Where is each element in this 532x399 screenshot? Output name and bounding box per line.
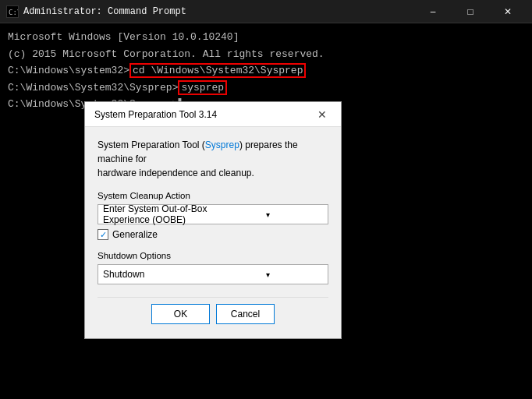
shutdown-dropdown[interactable]: Shutdown ▾ — [98, 264, 328, 284]
dialog-body: System Preparation Tool (Sysprep) prepar… — [85, 127, 341, 338]
generalize-checkbox-row: ✓ Generalize — [98, 229, 328, 240]
minimize-button[interactable]: – — [415, 0, 451, 23]
title-bar: C:\ Administrator: Command Prompt – □ ✕ — [0, 0, 532, 23]
ok-button[interactable]: OK — [151, 304, 210, 324]
sysprep-dialog: System Preparation Tool 3.14 ✕ System Pr… — [84, 101, 342, 339]
maximize-button[interactable]: □ — [452, 0, 488, 23]
desc-text-1: System Preparation Tool ( — [98, 139, 205, 150]
generalize-checkbox[interactable]: ✓ — [98, 229, 108, 240]
terminal-line-3: C:\Windows\system32>cd \Windows\System32… — [8, 63, 524, 79]
dialog-description: System Preparation Tool (Sysprep) prepar… — [98, 138, 328, 180]
oobe-dropdown-value: Enter System Out-of-Box Experience (OOBE… — [103, 203, 213, 225]
close-button[interactable]: ✕ — [490, 0, 526, 23]
generalize-label: Generalize — [112, 229, 158, 240]
cleanup-section-label: System Cleanup Action — [98, 191, 328, 200]
prompt-4: C:\Windows\System32\Sysprep> — [8, 82, 178, 94]
sysprep-link: Sysprep — [205, 139, 239, 150]
shutdown-section-label: Shutdown Options — [98, 251, 328, 260]
window-title: Administrator: Command Prompt — [23, 6, 415, 17]
terminal-line-4: C:\Windows\System32\Sysprep>sysprep — [8, 80, 524, 96]
cmd-highlight-2: sysprep — [178, 80, 227, 95]
terminal-line-1: Microsoft Windows [Version 10.0.10240] — [8, 30, 524, 45]
dialog-close-button[interactable]: ✕ — [313, 105, 332, 124]
oobe-dropdown[interactable]: Enter System Out-of-Box Experience (OOBE… — [98, 204, 328, 224]
dialog-title: System Preparation Tool 3.14 — [94, 109, 313, 120]
cmd-highlight-1: cd \Windows\System32\Sysprep — [129, 63, 306, 78]
shutdown-section: Shutdown Options Shutdown ▾ — [98, 251, 328, 284]
window-controls: – □ ✕ — [415, 0, 526, 23]
prompt-3: C:\Windows\system32> — [8, 65, 129, 76]
dialog-buttons: OK Cancel — [98, 297, 328, 329]
cmd-icon: C:\ — [6, 5, 19, 18]
shutdown-dropdown-value: Shutdown — [103, 269, 213, 280]
dialog-titlebar: System Preparation Tool 3.14 ✕ — [85, 102, 341, 127]
cancel-button[interactable]: Cancel — [216, 304, 275, 324]
shutdown-dropdown-arrow-icon: ▾ — [213, 268, 323, 281]
svg-text:C:\: C:\ — [9, 9, 18, 16]
terminal-line-2: (c) 2015 Microsoft Corporation. All righ… — [8, 47, 524, 62]
oobe-dropdown-arrow-icon: ▾ — [213, 208, 323, 221]
